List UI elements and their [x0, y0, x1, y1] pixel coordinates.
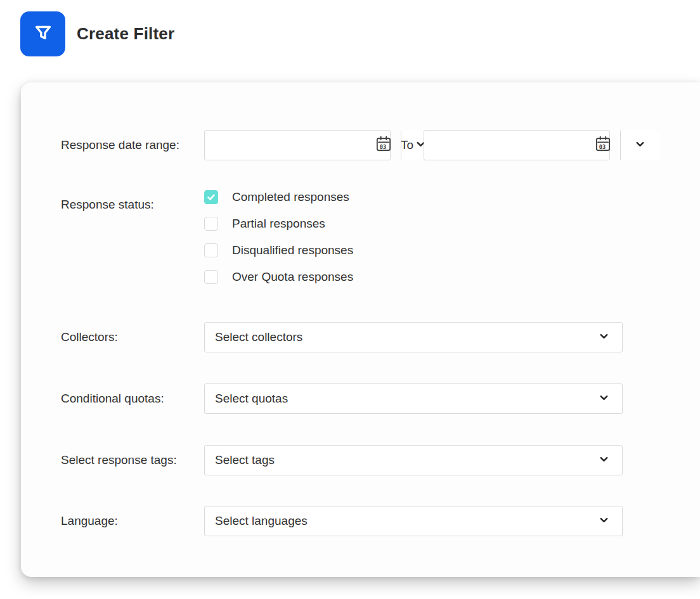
checkbox-over-quota[interactable]: [204, 270, 218, 284]
checkbox-label: Disqualified responses: [232, 243, 353, 257]
conditional-quotas-row: Conditional quotas: Select quotas: [21, 383, 700, 414]
date-range-label: Response date range:: [61, 138, 179, 152]
collectors-label: Collectors:: [61, 330, 118, 344]
date-from-field[interactable]: 03: [205, 131, 401, 160]
response-tags-select[interactable]: Select tags: [204, 445, 623, 475]
date-range-to-separator: To: [391, 138, 424, 152]
date-to-dropdown-button[interactable]: [620, 131, 659, 160]
response-status-label: Response status:: [61, 198, 154, 212]
collectors-select[interactable]: Select collectors: [204, 322, 623, 352]
chevron-down-icon: [599, 454, 609, 467]
svg-text:03: 03: [380, 144, 387, 150]
language-label: Language:: [61, 514, 118, 528]
checkbox-completed[interactable]: [204, 190, 218, 204]
checkbox-label: Over Quota responses: [232, 270, 353, 284]
checkbox-row-partial[interactable]: Partial responses: [204, 217, 353, 231]
response-tags-select-value: Select tags: [215, 453, 275, 467]
date-to-field[interactable]: 03: [424, 131, 620, 160]
svg-text:03: 03: [599, 144, 606, 150]
conditional-quotas-select-value: Select quotas: [215, 392, 288, 406]
funnel-icon: [30, 20, 56, 49]
chevron-down-icon: [599, 331, 609, 344]
collectors-select-value: Select collectors: [215, 330, 302, 344]
response-tags-row: Select response tags: Select tags: [21, 445, 700, 475]
date-from-group: 03: [204, 130, 391, 160]
checkbox-disqualified[interactable]: [204, 243, 218, 257]
date-range-row: Response date range: 03: [21, 130, 700, 160]
checkbox-row-disqualified[interactable]: Disqualified responses: [204, 243, 353, 257]
checkbox-label: Completed responses: [232, 190, 349, 204]
date-to-input[interactable]: [433, 131, 588, 160]
response-tags-label: Select response tags:: [61, 453, 177, 467]
conditional-quotas-label: Conditional quotas:: [61, 392, 164, 406]
language-select[interactable]: Select languages: [204, 506, 623, 536]
chevron-down-icon: [599, 392, 609, 406]
checkbox-partial[interactable]: [204, 217, 218, 231]
collectors-row: Collectors: Select collectors: [21, 322, 700, 352]
conditional-quotas-select[interactable]: Select quotas: [204, 383, 623, 414]
date-to-group: 03: [424, 130, 610, 160]
chevron-down-icon: [635, 139, 645, 152]
checkbox-label: Partial responses: [232, 217, 325, 231]
date-from-input[interactable]: [214, 131, 369, 160]
language-select-value: Select languages: [215, 514, 308, 528]
response-status-options: Completed responses Partial responses Di…: [204, 190, 353, 297]
create-filter-card: Response date range: 03: [21, 82, 700, 577]
page-title: Create Filter: [77, 24, 174, 44]
chevron-down-icon: [599, 515, 609, 528]
calendar-icon[interactable]: 03: [593, 134, 612, 156]
checkbox-row-over-quota[interactable]: Over Quota responses: [204, 270, 353, 284]
header: Create Filter: [20, 11, 174, 56]
filter-icon-tile: [20, 11, 65, 56]
checkbox-row-completed[interactable]: Completed responses: [204, 190, 353, 204]
language-row: Language: Select languages: [21, 506, 700, 536]
date-range-controls: 03 To: [204, 130, 610, 160]
